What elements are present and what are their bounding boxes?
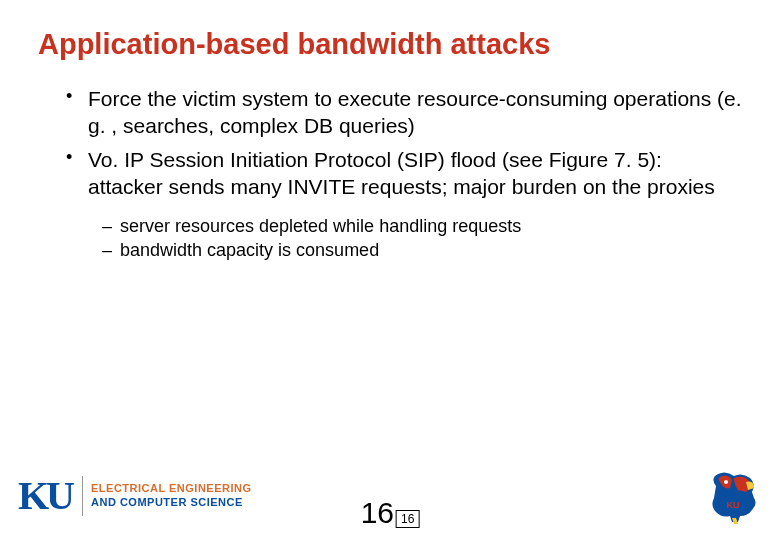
page-number-box: 16 [396,510,419,528]
slide-title: Application-based bandwidth attacks [38,28,742,61]
department-line1: ELECTRICAL ENGINEERING [91,482,252,496]
page-number-large: 16 [361,496,394,530]
svg-text:KU: KU [727,500,740,510]
main-bullet-list: Force the victim system to execute resou… [38,85,742,200]
department-line2: AND COMPUTER SCIENCE [91,496,252,510]
sub-bullet-list: server resources depleted while handling… [38,214,742,263]
bullet-item: Force the victim system to execute resou… [66,85,742,140]
svg-point-0 [724,480,728,484]
ku-logo-block: KU ELECTRICAL ENGINEERING AND COMPUTER S… [18,476,252,516]
slide: Application-based bandwidth attacks Forc… [0,0,780,540]
page-number-block: 16 16 [361,496,420,530]
department-text: ELECTRICAL ENGINEERING AND COMPUTER SCIE… [91,482,252,510]
bullet-item: Vo. IP Session Initiation Protocol (SIP)… [66,146,742,201]
jayhawk-logo-icon: KU [704,468,762,524]
sub-bullet-item: bandwidth capacity is consumed [102,238,742,262]
ku-logo-mark: KU [18,476,83,516]
sub-bullet-item: server resources depleted while handling… [102,214,742,238]
